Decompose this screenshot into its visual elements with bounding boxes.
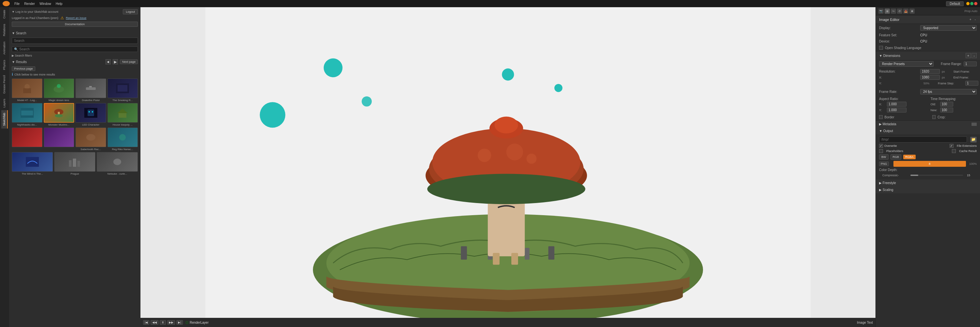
center-viewport: |◀ ◀◀ ⏸ ▶▶ ▶| ⬡ RenderLayer Image Text — [140, 7, 875, 327]
thumb-magic[interactable]: Magic dream lens — [44, 78, 75, 102]
cache-result-label: Cache Result — [959, 150, 977, 153]
search-input-main[interactable] — [12, 38, 138, 44]
aspect-y-input[interactable] — [887, 108, 907, 112]
play-reverse-button[interactable]: ◀◀ — [151, 320, 158, 325]
pause-button[interactable]: ⏸ — [160, 320, 166, 325]
thumb-netsuke[interactable]: Netsuke - curle... — [97, 152, 138, 175]
render-presets-dropdown[interactable]: Render Presets — [879, 61, 934, 67]
thumb-item-3b[interactable] — [44, 128, 75, 151]
output-icon[interactable]: 📤 — [903, 8, 908, 14]
vtab-physics[interactable]: Physics — [1, 57, 8, 73]
color-depth-row: Color Depth: — [879, 168, 977, 172]
search-field[interactable] — [19, 48, 135, 51]
window-close[interactable] — [974, 2, 977, 5]
overwrite-checkbox[interactable] — [879, 144, 883, 148]
thumb-sabertooth[interactable]: Sabertooth Rac... — [75, 128, 106, 151]
resolution-x-input[interactable] — [920, 69, 940, 74]
file-ext-checkbox[interactable] — [950, 144, 953, 148]
clock-icon[interactable]: ⏱ — [897, 8, 902, 14]
aspect-x-label: X: — [879, 103, 886, 106]
skip-start-button[interactable]: |◀ — [143, 320, 149, 325]
thumb-item-3a[interactable] — [12, 128, 43, 151]
thumb-img-nighthawks — [12, 103, 43, 123]
dim-minus-btn[interactable]: - — [972, 53, 977, 58]
grid-icon[interactable]: ⊞ — [885, 8, 890, 14]
documentation-button[interactable]: Documentation — [12, 22, 138, 27]
curve-icon[interactable]: 〜 — [891, 8, 896, 14]
vtab-animation[interactable]: Animation — [1, 39, 8, 57]
thumb-prague[interactable]: Prague — [54, 152, 95, 175]
output-path-browse[interactable]: 📁 — [970, 137, 977, 143]
display-icon[interactable]: 🖥 — [910, 8, 915, 14]
thumb-wind[interactable]: The Wind in The... — [12, 152, 53, 175]
output-path-input[interactable] — [879, 136, 967, 143]
dimensions-section[interactable]: ▼ Dimensions + - — [876, 51, 980, 60]
panel-icon-2[interactable]: - — [974, 18, 977, 22]
vtab-sketchfab[interactable]: Sketchfab — [1, 110, 8, 129]
aspect-x-input[interactable] — [887, 102, 907, 107]
thumb-nighthawks[interactable]: Nighthawks dio... — [12, 103, 43, 126]
frame-range-input[interactable] — [964, 61, 977, 66]
vtab-layers[interactable]: Layers — [1, 96, 8, 110]
node-dot: ⬡ — [186, 321, 188, 324]
menu-window[interactable]: Window — [38, 1, 53, 6]
display-dropdown[interactable]: Supported — [920, 25, 977, 31]
y-row: Y: 50% Frame Step: — [879, 81, 977, 86]
window-maximize[interactable] — [970, 2, 974, 5]
window-minimize[interactable] — [966, 2, 970, 5]
vtab-grease-pencil[interactable]: Grease Pencil — [1, 73, 8, 96]
rgba-button[interactable]: RGBA — [903, 155, 916, 159]
thumb-led-character[interactable]: LED Character — [75, 103, 106, 126]
scaling-section[interactable]: ▶ Scaling — [876, 187, 980, 193]
open-shading-checkbox[interactable] — [879, 46, 883, 50]
dim-plus-btn[interactable]: + — [966, 53, 971, 58]
time-remap-row: Time Remapping: — [931, 97, 977, 101]
rgb-button[interactable]: RGB — [891, 154, 902, 160]
thumb-model47[interactable]: Model 47 - Log... — [12, 78, 43, 102]
thumb-house[interactable]: House lowpoly ... — [108, 103, 138, 126]
report-issue-link[interactable]: Report an issue — [66, 16, 87, 20]
old-input[interactable] — [940, 102, 953, 107]
new-input[interactable] — [940, 108, 953, 112]
frame-rate-dropdown[interactable]: 24 fps — [920, 89, 977, 94]
menu-help[interactable]: Help — [54, 1, 65, 6]
logout-button[interactable]: Logout — [123, 9, 138, 14]
metadata-section[interactable]: ▶ Metadata — [876, 121, 980, 128]
crop-checkbox[interactable] — [932, 115, 936, 119]
x-label: X: — [879, 76, 918, 79]
play-button[interactable]: ▶ — [113, 59, 118, 64]
prev-page-button[interactable]: Previous page — [12, 66, 35, 71]
freestyle-section[interactable]: ▶ Freestyle — [876, 180, 980, 187]
bw-button[interactable]: BW — [879, 154, 889, 160]
menu-file[interactable]: File — [13, 1, 22, 6]
arrow-left-button[interactable]: ◀ — [105, 59, 111, 64]
resolution-y-input[interactable] — [920, 75, 940, 80]
output-section-title[interactable]: ▼ Output — [876, 128, 980, 134]
panel-icon-1[interactable]: + — [969, 18, 972, 22]
menu-render[interactable]: Render — [22, 1, 37, 6]
crop-label: Crop: — [937, 115, 977, 119]
search-section-header[interactable]: ▼ Search — [9, 30, 140, 36]
vtab-create[interactable]: Create — [1, 7, 8, 21]
cache-result-checkbox[interactable] — [952, 149, 956, 153]
thumb-drakefire[interactable]: Drakefire Pistol — [75, 78, 106, 102]
skip-end-button[interactable]: ▶| — [177, 320, 183, 325]
frame-step-input[interactable] — [965, 81, 978, 86]
compression-slider[interactable] — [910, 175, 963, 176]
resolution-container: Resolution: px Start Frame: X: — [876, 68, 980, 88]
border-checkbox[interactable] — [879, 115, 883, 119]
camera-icon[interactable]: 📷 — [878, 8, 884, 14]
next-page-button[interactable]: Next page — [120, 59, 138, 64]
open-shading-row: Open Shading Language — [876, 45, 980, 51]
search-icon: 🔍 — [14, 48, 18, 51]
play-forward-button[interactable]: ▶▶ — [167, 320, 175, 325]
vtab-relations[interactable]: Relations — [1, 21, 8, 39]
thumb-riko[interactable]: Reg Riko Nanac... — [108, 128, 138, 151]
thumb-monster-mushroom[interactable]: Monster Mushro... — [44, 103, 75, 126]
freestyle-label: ▶ Freestyle — [879, 181, 896, 185]
thumb-smoking[interactable]: The Smoking R... — [108, 78, 138, 102]
search-filters-row[interactable]: ▶ Search filters — [9, 53, 140, 58]
placeholders-checkbox[interactable] — [879, 149, 883, 153]
workspace-default[interactable]: Default — [946, 1, 964, 6]
svg-point-29 — [502, 69, 514, 80]
